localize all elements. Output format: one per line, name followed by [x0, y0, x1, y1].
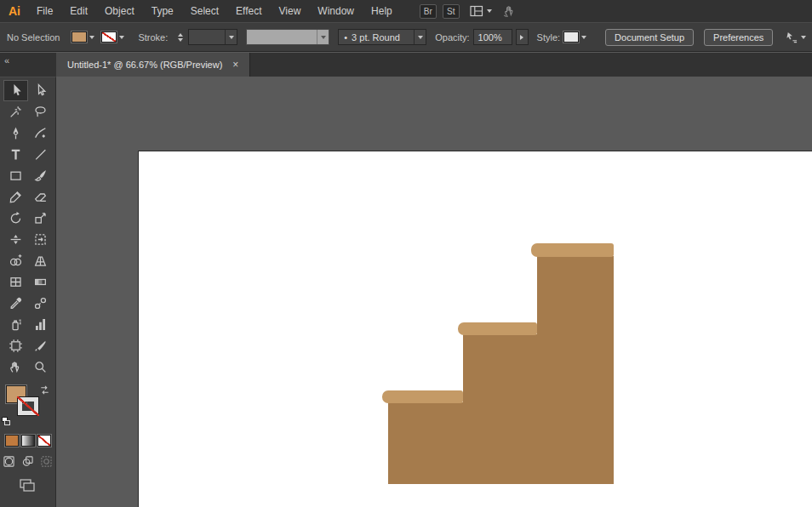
stroke-none-swatch[interactable]	[101, 31, 117, 43]
zoom-tool[interactable]	[28, 356, 53, 378]
opacity-label[interactable]: Opacity:	[435, 32, 469, 43]
style-select[interactable]	[563, 31, 586, 43]
menu-type[interactable]: Type	[143, 5, 182, 17]
chevron-down-icon	[321, 36, 326, 39]
rotate-tool[interactable]	[3, 208, 28, 229]
tab-bar: « Untitled-1* @ 66.67% (RGB/Preview) ×	[0, 53, 812, 77]
document-tab[interactable]: Untitled-1* @ 66.67% (RGB/Preview) ×	[56, 53, 250, 77]
curvature-tool[interactable]	[28, 122, 53, 144]
style-label: Style:	[537, 32, 561, 43]
screen-mode-icon	[20, 479, 35, 492]
lasso-tool[interactable]	[28, 101, 53, 122]
stairs-middle-tread[interactable]	[458, 322, 537, 335]
chevron-down-icon	[418, 36, 423, 39]
brush-definition-select[interactable]: • 3 pt. Round	[338, 29, 426, 45]
draw-normal-icon[interactable]	[3, 455, 14, 470]
brush-definition-value: 3 pt. Round	[347, 32, 414, 43]
type-tool[interactable]	[3, 144, 28, 165]
bridge-button[interactable]: Br	[420, 4, 437, 19]
stairs-top-step[interactable]	[537, 256, 614, 484]
chevron-down-icon	[229, 36, 234, 39]
step-down-icon[interactable]	[178, 38, 183, 42]
stock-button[interactable]: St	[443, 4, 460, 19]
app-logo[interactable]: Ai	[0, 4, 28, 18]
stroke-label: Stroke:	[138, 32, 168, 43]
tools-panel	[0, 77, 56, 507]
shaper-tool[interactable]	[3, 186, 28, 208]
menu-bar: Ai File Edit Object Type Select Effect V…	[0, 0, 812, 22]
stairs-top-tread[interactable]	[531, 243, 614, 257]
menu-help[interactable]: Help	[363, 5, 401, 17]
artboard[interactable]	[138, 151, 812, 507]
color-button[interactable]	[5, 435, 19, 447]
opacity-flyout-button[interactable]	[516, 29, 529, 45]
stroke-weight-select[interactable]	[188, 29, 237, 45]
menu-select[interactable]: Select	[182, 5, 227, 17]
rectangle-tool[interactable]	[3, 165, 28, 186]
default-fill-stroke-icon[interactable]	[2, 414, 11, 430]
fill-color-picker[interactable]	[71, 31, 94, 43]
brush-preview-dot: •	[339, 32, 347, 43]
gradient-button[interactable]	[21, 435, 35, 447]
gradient-tool[interactable]	[28, 271, 53, 293]
blend-tool[interactable]	[28, 293, 53, 314]
chevron-down-icon	[89, 36, 94, 39]
mesh-tool[interactable]	[3, 271, 28, 293]
draw-inside-icon[interactable]	[41, 455, 52, 470]
chevron-down-icon	[581, 36, 586, 39]
draw-behind-icon[interactable]	[22, 455, 33, 470]
free-transform-tool[interactable]	[28, 229, 53, 250]
menu-view[interactable]: View	[271, 5, 310, 17]
preferences-button[interactable]: Preferences	[704, 29, 773, 46]
workspace-switcher[interactable]	[470, 5, 492, 17]
slice-tool[interactable]	[28, 335, 53, 356]
style-swatch[interactable]	[563, 31, 579, 43]
line-segment-tool[interactable]	[28, 144, 53, 165]
canvas[interactable]	[57, 77, 812, 507]
scale-tool[interactable]	[28, 208, 53, 229]
fill-swatch[interactable]	[71, 31, 87, 43]
touch-workspace-toggle	[502, 4, 518, 18]
document-setup-button[interactable]: Document Setup	[605, 29, 694, 46]
hand-tool[interactable]	[3, 356, 28, 378]
menu-object[interactable]: Object	[96, 5, 143, 17]
selection-tool[interactable]	[3, 80, 28, 101]
stroke-color-picker[interactable]	[101, 31, 124, 43]
pen-tool[interactable]	[3, 122, 28, 144]
opacity-select[interactable]: 100%	[473, 29, 512, 45]
stroke-none-slash	[17, 396, 39, 416]
direct-selection-tool[interactable]	[28, 80, 53, 101]
stroke-weight-stepper[interactable]	[176, 31, 185, 43]
menu-window[interactable]: Window	[309, 5, 363, 17]
width-profile-select	[246, 29, 329, 45]
workspace-layout-icon	[470, 5, 483, 17]
eraser-tool[interactable]	[28, 186, 53, 208]
menu-file[interactable]: File	[28, 5, 61, 17]
column-graph-tool[interactable]	[28, 314, 53, 335]
pointer-options-icon	[785, 31, 798, 43]
menu-effect[interactable]: Effect	[227, 5, 270, 17]
magic-wand-tool[interactable]	[3, 101, 28, 122]
shape-builder-tool[interactable]	[3, 250, 28, 271]
symbol-sprayer-tool[interactable]	[3, 314, 28, 335]
swap-fill-stroke-icon[interactable]	[39, 384, 50, 399]
perspective-grid-tool[interactable]	[28, 250, 53, 271]
fill-stroke-indicator	[0, 382, 55, 424]
opacity-value: 100%	[474, 32, 512, 43]
collapse-panels-icon[interactable]: «	[4, 55, 9, 66]
control-panel-flyout[interactable]	[785, 31, 806, 43]
artboard-tool[interactable]	[3, 335, 28, 356]
none-button[interactable]	[37, 435, 51, 447]
width-tool[interactable]	[3, 229, 28, 250]
stairs-bottom-tread[interactable]	[382, 390, 463, 403]
menu-edit[interactable]: Edit	[61, 5, 96, 17]
control-bar: No Selection Stroke: • 3 pt. Round Opaci…	[0, 22, 812, 52]
hand-gesture-icon	[502, 4, 518, 18]
eyedropper-tool[interactable]	[3, 293, 28, 314]
paintbrush-tool[interactable]	[28, 165, 53, 186]
chevron-down-icon	[801, 36, 806, 39]
step-up-icon[interactable]	[178, 33, 183, 37]
chevron-down-icon	[119, 36, 124, 39]
change-screen-mode[interactable]	[0, 479, 55, 495]
tab-close-icon[interactable]: ×	[232, 59, 238, 71]
